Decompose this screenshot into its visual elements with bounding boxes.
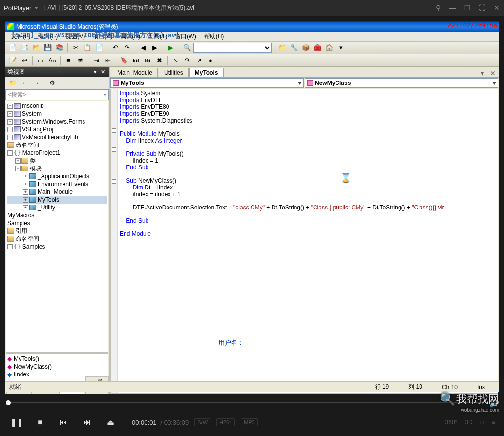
step-over-icon[interactable]: ↷ <box>182 55 192 66</box>
menu-project[interactable]: 项目(P) <box>89 31 116 42</box>
pin-icon[interactable]: ⚲ <box>431 0 445 16</box>
outdent-icon[interactable]: ⇤ <box>103 55 113 66</box>
fullscreen-button[interactable]: ⛶ <box>475 0 489 16</box>
find-combo[interactable] <box>193 43 272 53</box>
open-icon[interactable]: 📂 <box>31 42 42 53</box>
menu-tools[interactable]: 工具(T) <box>144 31 171 42</box>
bookmark-prev-icon[interactable]: ⏮ <box>142 55 153 66</box>
start-page-icon[interactable]: 🏠 <box>324 42 335 53</box>
comment-icon[interactable]: ≡ <box>63 55 74 66</box>
tab-mytools[interactable]: MyTools <box>189 68 224 77</box>
tree-item[interactable]: -模块 <box>7 165 107 172</box>
fold-icon[interactable]: - <box>112 147 116 152</box>
search-input[interactable]: <搜索> ▾ <box>5 89 109 100</box>
tab-close-icon[interactable]: ✕ <box>487 69 499 77</box>
find-icon[interactable]: 🔍 <box>182 42 192 53</box>
tab-main-module[interactable]: Main_Module <box>112 68 158 77</box>
close-panel-icon[interactable]: ✕ <box>99 69 107 75</box>
paste-icon[interactable]: 📄 <box>94 42 105 53</box>
copy-icon[interactable]: 📋 <box>82 42 93 53</box>
save-all-icon[interactable]: 📚 <box>54 42 65 53</box>
uncomment-icon[interactable]: ≢ <box>75 55 85 66</box>
type-selector[interactable]: MyTools▾ <box>110 78 304 88</box>
seek-track[interactable] <box>6 402 483 403</box>
eject-button[interactable]: ⏏ <box>99 411 122 434</box>
redo-icon[interactable]: ↷ <box>122 42 132 53</box>
member-item[interactable]: ◆MyTools() <box>7 355 107 363</box>
menu-edit[interactable]: 编辑(E) <box>34 31 62 42</box>
solution-explorer-icon[interactable]: 📁 <box>277 42 288 53</box>
tree-item[interactable]: -{} MacroProject1 <box>7 149 107 157</box>
bookmark-next-icon[interactable]: ⏭ <box>130 55 141 66</box>
step-out-icon[interactable]: ↗ <box>193 55 204 66</box>
bookmark-clear-icon[interactable]: ✖ <box>154 55 165 66</box>
tree-item[interactable]: +类 <box>7 157 107 165</box>
pause-button[interactable]: ❚❚ <box>5 411 28 434</box>
nav-back-icon[interactable]: ◀ <box>138 42 148 53</box>
toolbox-icon[interactable]: 🧰 <box>312 42 323 53</box>
breakpoint-icon[interactable]: ● <box>205 55 216 66</box>
properties-icon[interactable]: 🔧 <box>289 42 299 53</box>
tree-item[interactable]: +EnvironmentEvents <box>7 180 107 188</box>
tree-item[interactable]: +_ApplicationObjects <box>7 172 107 180</box>
tree-item[interactable]: Samples <box>7 219 107 227</box>
tree-item-selected[interactable]: +MyTools <box>7 196 107 204</box>
save-icon[interactable]: 💾 <box>42 42 53 53</box>
tree-item[interactable]: 命名空间 <box>7 141 107 149</box>
tree-item[interactable]: +VSLangProj <box>7 125 107 133</box>
maximize-button[interactable]: ❐ <box>460 0 475 16</box>
tree-item[interactable]: +VsMacroHierarchyLib <box>7 133 107 141</box>
new-folder-icon[interactable]: 📁 <box>7 78 18 88</box>
menu-view[interactable]: 视图(V) <box>62 31 89 42</box>
render-mode[interactable]: S/W <box>194 418 210 426</box>
menu-window[interactable]: 窗口(W) <box>171 31 200 42</box>
dropdown-icon[interactable]: ▾ <box>92 69 99 75</box>
tree-item[interactable]: +_Utility <box>7 204 107 211</box>
other-windows-icon[interactable]: ▾ <box>336 42 346 53</box>
3d-button[interactable]: 3D <box>465 419 472 426</box>
nav-fwd-icon[interactable]: ▶ <box>149 42 160 53</box>
fold-icon[interactable]: - <box>112 128 116 133</box>
member-selector[interactable]: NewMyClass▾ <box>305 78 498 88</box>
add-item-icon[interactable]: 📑 <box>19 42 30 53</box>
object-browser-icon[interactable]: 📦 <box>300 42 311 53</box>
class-tree[interactable]: +mscorlib +System +System.Windows.Forms … <box>6 101 108 353</box>
tree-item[interactable]: 命名空间 <box>7 235 107 243</box>
tree-item[interactable]: +System <box>7 110 107 118</box>
menu-icon[interactable]: ≡ <box>492 419 495 426</box>
fold-icon[interactable]: - <box>112 179 116 184</box>
word-wrap-icon[interactable]: ↩ <box>19 55 30 66</box>
new-project-icon[interactable]: 📄 <box>7 42 18 53</box>
tree-item[interactable]: 引用 <box>7 227 107 235</box>
close-button[interactable]: ✕ <box>489 0 504 16</box>
next-button[interactable]: ⏭ <box>75 411 99 434</box>
stop-button[interactable]: ■ <box>28 411 52 434</box>
select-icon[interactable]: ▭ <box>35 55 46 66</box>
bookmark-icon[interactable]: 🔖 <box>119 55 129 66</box>
tab-dropdown-icon[interactable]: ▾ <box>478 69 487 77</box>
step-into-icon[interactable]: ↘ <box>170 55 181 66</box>
font-icon[interactable]: A» <box>47 55 58 66</box>
tree-item[interactable]: +Main_Module <box>7 188 107 196</box>
tree-item[interactable]: MyMacros <box>7 211 107 219</box>
seek-thumb[interactable] <box>6 400 11 405</box>
run-icon[interactable]: ▶ <box>166 42 176 53</box>
tree-item[interactable]: +mscorlib <box>7 102 107 110</box>
menu-debug[interactable]: 调试(D) <box>116 31 144 42</box>
menu-help[interactable]: 帮助(H) <box>200 31 228 42</box>
settings-icon[interactable]: ⚙ <box>47 78 58 88</box>
potplayer-logo[interactable]: PotPlayer <box>0 4 42 12</box>
vr360-button[interactable]: 360° <box>445 419 458 426</box>
member-item[interactable]: ◆NewMyClass() <box>7 363 107 371</box>
back-nav-icon[interactable]: ← <box>19 78 30 88</box>
capture-button[interactable]: □ <box>481 419 484 426</box>
minimize-button[interactable]: — <box>445 0 460 16</box>
vs-titlebar[interactable]: Microsoft Visual Studio Macros(管理员) <box>5 22 499 32</box>
tree-item[interactable]: -{} Samples <box>7 243 107 250</box>
code-editor[interactable]: - - - Imports System Imports EnvDTE Impo… <box>110 89 498 394</box>
indent-icon[interactable]: ⇥ <box>91 55 102 66</box>
seek-bar[interactable]: 🔊 <box>0 398 504 407</box>
tree-item[interactable]: +System.Windows.Forms <box>7 118 107 125</box>
prev-button[interactable]: ⏮ <box>52 411 75 434</box>
menu-file[interactable]: 文件(F) <box>7 31 34 42</box>
